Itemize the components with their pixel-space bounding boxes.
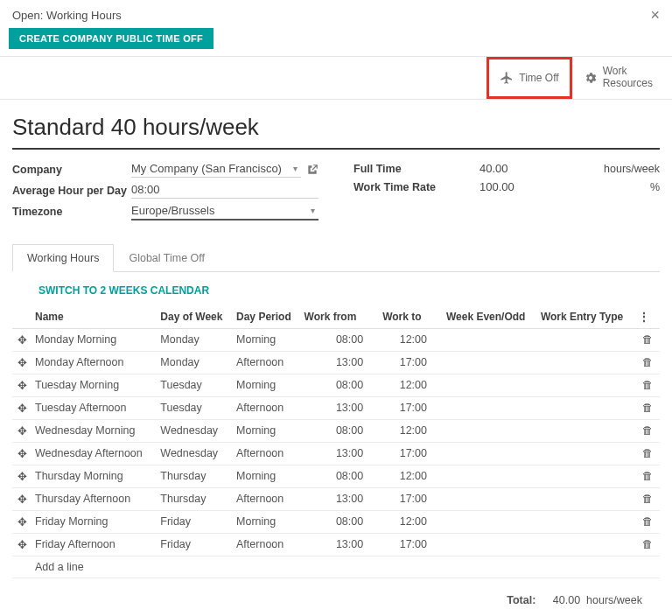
cell-to[interactable]: 17:00	[379, 396, 443, 419]
avg-hour-field[interactable]: 08:00	[131, 183, 318, 199]
col-from[interactable]: Work from	[301, 305, 380, 329]
drag-handle-icon[interactable]: ✥	[12, 533, 32, 556]
cell-from[interactable]: 13:00	[301, 442, 380, 465]
col-even-odd[interactable]: Week Even/Odd	[443, 305, 537, 329]
cell-from[interactable]: 13:00	[301, 351, 380, 374]
trash-icon[interactable]: 🗑	[635, 396, 660, 419]
work-resources-button[interactable]: Work Resources	[572, 57, 663, 99]
table-row[interactable]: ✥Wednesday AfternoonWednesdayAfternoon13…	[12, 442, 660, 465]
col-dow[interactable]: Day of Week	[157, 305, 233, 329]
cell-from[interactable]: 08:00	[301, 374, 380, 396]
cell-name[interactable]: Monday Afternoon	[32, 351, 157, 374]
cell-even-odd[interactable]	[443, 351, 537, 374]
cell-dow[interactable]: Thursday	[157, 487, 233, 510]
trash-icon[interactable]: 🗑	[635, 351, 660, 374]
cell-entry-type[interactable]	[537, 510, 635, 533]
trash-icon[interactable]: 🗑	[635, 533, 660, 556]
cell-period[interactable]: Afternoon	[233, 351, 300, 374]
cell-period[interactable]: Morning	[233, 374, 300, 396]
cell-dow[interactable]: Friday	[157, 533, 233, 556]
table-row[interactable]: ✥Tuesday MorningTuesdayMorning08:0012:00…	[12, 374, 660, 396]
cell-entry-type[interactable]	[537, 419, 635, 442]
cell-to[interactable]: 12:00	[379, 465, 443, 487]
cell-to[interactable]: 12:00	[379, 510, 443, 533]
tab-working-hours[interactable]: Working Hours	[12, 244, 114, 272]
trash-icon[interactable]: 🗑	[635, 510, 660, 533]
add-line-link[interactable]: Add a line	[32, 556, 660, 578]
table-row[interactable]: ✥Wednesday MorningWednesdayMorning08:001…	[12, 419, 660, 442]
cell-to[interactable]: 17:00	[379, 351, 443, 374]
company-field[interactable]: My Company (San Francisco) ▾	[131, 162, 301, 178]
cell-period[interactable]: Afternoon	[233, 396, 300, 419]
cell-entry-type[interactable]	[537, 328, 635, 351]
cell-to[interactable]: 17:00	[379, 533, 443, 556]
cell-name[interactable]: Thursday Morning	[32, 465, 157, 487]
col-entry-type[interactable]: Work Entry Type	[537, 305, 635, 329]
drag-handle-icon[interactable]: ✥	[12, 419, 32, 442]
drag-handle-icon[interactable]: ✥	[12, 396, 32, 419]
drag-handle-icon[interactable]: ✥	[12, 374, 32, 396]
cell-entry-type[interactable]	[537, 396, 635, 419]
cell-to[interactable]: 17:00	[379, 487, 443, 510]
drag-handle-icon[interactable]: ✥	[12, 465, 32, 487]
cell-period[interactable]: Afternoon	[233, 533, 300, 556]
table-row[interactable]: ✥Thursday AfternoonThursdayAfternoon13:0…	[12, 487, 660, 510]
table-row[interactable]: ✥Friday MorningFridayMorning08:0012:00🗑	[12, 510, 660, 533]
cell-period[interactable]: Morning	[233, 328, 300, 351]
cell-even-odd[interactable]	[443, 374, 537, 396]
cell-even-odd[interactable]	[443, 419, 537, 442]
chevron-down-icon[interactable]: ▾	[293, 164, 301, 173]
cell-to[interactable]: 12:00	[379, 419, 443, 442]
table-row[interactable]: ✥Monday MorningMondayMorning08:0012:00🗑	[12, 328, 660, 351]
cell-name[interactable]: Tuesday Afternoon	[32, 396, 157, 419]
cell-name[interactable]: Friday Afternoon	[32, 533, 157, 556]
cell-name[interactable]: Friday Morning	[32, 510, 157, 533]
trash-icon[interactable]: 🗑	[635, 419, 660, 442]
cell-name[interactable]: Monday Morning	[32, 328, 157, 351]
cell-period[interactable]: Afternoon	[233, 442, 300, 465]
trash-icon[interactable]: 🗑	[635, 465, 660, 487]
cell-name[interactable]: Wednesday Afternoon	[32, 442, 157, 465]
drag-handle-icon[interactable]: ✥	[12, 510, 32, 533]
page-title[interactable]: Standard 40 hours/week	[12, 108, 660, 150]
switch-calendar-link[interactable]: SWITCH TO 2 WEEKS CALENDAR	[12, 272, 660, 305]
cell-from[interactable]: 08:00	[301, 419, 380, 442]
tab-global-time-off[interactable]: Global Time Off	[114, 244, 220, 272]
cell-entry-type[interactable]	[537, 533, 635, 556]
table-row[interactable]: ✥Thursday MorningThursdayMorning08:0012:…	[12, 465, 660, 487]
close-icon[interactable]: ×	[650, 7, 660, 23]
cell-entry-type[interactable]	[537, 465, 635, 487]
cell-name[interactable]: Wednesday Morning	[32, 419, 157, 442]
create-company-time-off-button[interactable]: CREATE COMPANY PUBLIC TIME OFF	[9, 28, 214, 49]
cell-dow[interactable]: Monday	[157, 351, 233, 374]
cell-from[interactable]: 08:00	[301, 465, 380, 487]
cell-entry-type[interactable]	[537, 442, 635, 465]
table-row[interactable]: ✥Monday AfternoonMondayAfternoon13:0017:…	[12, 351, 660, 374]
cell-from[interactable]: 08:00	[301, 510, 380, 533]
cell-even-odd[interactable]	[443, 328, 537, 351]
cell-even-odd[interactable]	[443, 533, 537, 556]
cell-entry-type[interactable]	[537, 351, 635, 374]
drag-handle-icon[interactable]: ✥	[12, 442, 32, 465]
cell-dow[interactable]: Tuesday	[157, 374, 233, 396]
kebab-icon[interactable]: ⋮	[635, 305, 660, 329]
cell-to[interactable]: 17:00	[379, 442, 443, 465]
cell-dow[interactable]: Wednesday	[157, 442, 233, 465]
cell-dow[interactable]: Thursday	[157, 465, 233, 487]
cell-dow[interactable]: Tuesday	[157, 396, 233, 419]
drag-handle-icon[interactable]: ✥	[12, 351, 32, 374]
cell-from[interactable]: 13:00	[301, 396, 380, 419]
time-off-button[interactable]: Time Off	[486, 57, 571, 99]
cell-even-odd[interactable]	[443, 487, 537, 510]
cell-dow[interactable]: Friday	[157, 510, 233, 533]
cell-from[interactable]: 13:00	[301, 533, 380, 556]
col-to[interactable]: Work to	[379, 305, 443, 329]
cell-from[interactable]: 13:00	[301, 487, 380, 510]
cell-even-odd[interactable]	[443, 396, 537, 419]
table-row[interactable]: ✥Tuesday AfternoonTuesdayAfternoon13:001…	[12, 396, 660, 419]
cell-to[interactable]: 12:00	[379, 374, 443, 396]
col-name[interactable]: Name	[32, 305, 157, 329]
cell-even-odd[interactable]	[443, 465, 537, 487]
external-link-icon[interactable]	[306, 164, 318, 176]
drag-handle-icon[interactable]: ✥	[12, 487, 32, 510]
